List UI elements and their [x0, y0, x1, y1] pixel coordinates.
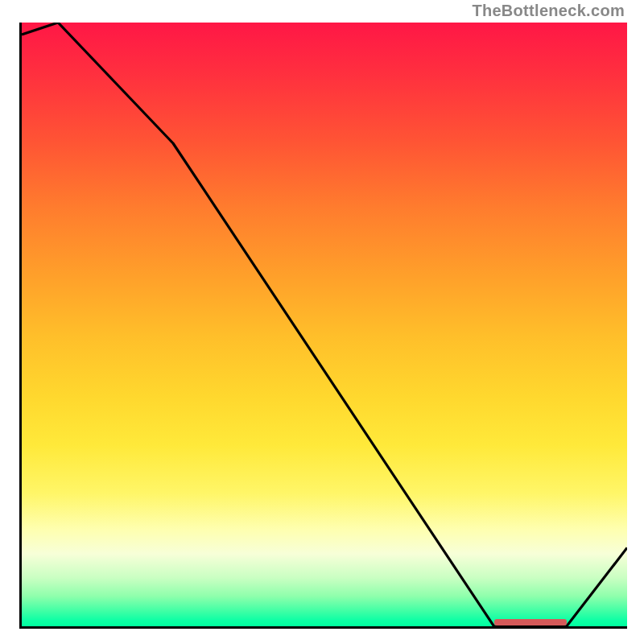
plot-area: [19, 23, 627, 629]
attribution-text: TheBottleneck.com: [472, 2, 625, 20]
bottleneck-curve: [22, 23, 627, 626]
optimal-range-marker: [494, 619, 567, 625]
